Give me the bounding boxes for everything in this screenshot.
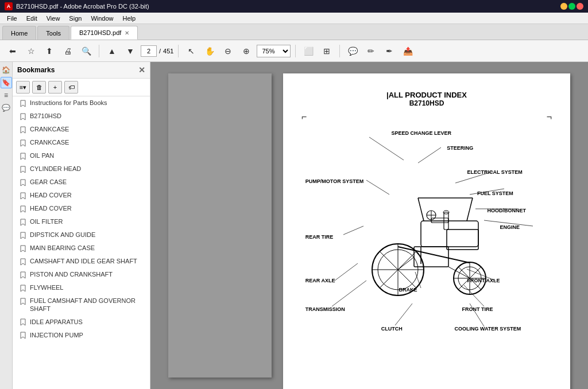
tab-close-icon[interactable]: ✕	[125, 30, 129, 36]
sidebar-expand-btn[interactable]: ≡▾	[16, 81, 30, 94]
fit-page-button[interactable]: ⬜	[300, 43, 316, 59]
bookmark-icon-main_bearing	[20, 244, 26, 252]
page-title-area: |ALL PRODUCT INDEX B2710HSD	[300, 91, 553, 107]
tab-tools[interactable]: Tools	[37, 26, 69, 40]
share-button[interactable]: 📤	[400, 43, 416, 59]
minimize-button[interactable]	[560, 3, 567, 10]
signature-button[interactable]: ✒	[381, 43, 397, 59]
bookmark-item-b2710hsd[interactable]: B2710HSD	[13, 110, 150, 123]
bookmark-item-instructions[interactable]: Instructions for Parts Books	[13, 96, 150, 110]
bookmark-label-piston: PISTON AND CRANKSHAFT	[30, 270, 145, 278]
bookmark-item-dipstick[interactable]: DIPSTICK AND GUIDE	[13, 228, 150, 242]
bookmark-item-main_bearing[interactable]: MAIN BEARING CASE	[13, 242, 150, 255]
columns-button[interactable]: ⊞	[319, 43, 335, 59]
bookmark-label-cylinder_head: CYLINDER HEAD	[30, 165, 145, 173]
back-button[interactable]: ⬅	[5, 43, 21, 59]
sidebar-tag-btn[interactable]: 🏷	[64, 81, 78, 94]
bookmark-item-cylinder_head[interactable]: CYLINDER HEAD	[13, 162, 150, 176]
bookmark-item-gear_case[interactable]: GEAR CASE	[13, 176, 150, 189]
sidebar-toolbar: ≡▾ 🗑 + 🏷	[13, 79, 150, 96]
sidebar-close-icon[interactable]: ✕	[138, 65, 145, 75]
zoom-out-button[interactable]: ⊖	[220, 43, 236, 59]
page-title-main: |ALL PRODUCT INDEX	[300, 91, 553, 99]
menu-help[interactable]: Help	[118, 14, 141, 23]
bookmark-icon-gear_case	[20, 178, 26, 186]
app-icon: A	[5, 2, 13, 10]
bookmark-item-piston[interactable]: PISTON AND CRANKSHAFT	[13, 268, 150, 281]
bookmark-item-crankcase2[interactable]: CRANKCASE	[13, 136, 150, 149]
bookmark-list: Instructions for Parts BooksB2710HSDCRAN…	[13, 96, 150, 389]
page-navigation: / 451	[141, 45, 173, 57]
close-button[interactable]	[577, 3, 583, 10]
sidebar: Bookmarks ✕ ≡▾ 🗑 + 🏷 Instructions for Pa…	[13, 62, 150, 389]
upload-button[interactable]: ⬆	[41, 43, 57, 59]
page-up-button[interactable]: ▲	[104, 43, 120, 59]
left-icon-bookmark[interactable]: 🔖	[1, 77, 12, 88]
svg-line-2	[418, 198, 424, 221]
bookmark-item-oil_pan[interactable]: OIL PAN	[13, 149, 150, 162]
tab-home[interactable]: Home	[2, 26, 36, 40]
bookmark-icon-piston	[20, 271, 26, 279]
label-transmission: TRANSMISSION	[305, 306, 345, 312]
pointer-tool[interactable]: ↖	[183, 43, 199, 59]
bookmark-label-b2710hsd: B2710HSD	[30, 112, 145, 120]
menu-file[interactable]: File	[2, 14, 22, 23]
pdf-page: |ALL PRODUCT INDEX B2710HSD ⌐ ¬	[283, 73, 570, 389]
sidebar-add-btn[interactable]: +	[48, 81, 62, 94]
sidebar-header: Bookmarks ✕	[13, 62, 150, 79]
bookmark-item-crankcase1[interactable]: CRANKCASE	[13, 123, 150, 136]
bookmark-item-head_cover2[interactable]: HEAD COVER	[13, 202, 150, 215]
page-down-button[interactable]: ▼	[122, 43, 138, 59]
hand-tool[interactable]: ✋	[202, 43, 218, 59]
bookmark-star-button[interactable]: ☆	[23, 43, 39, 59]
maximize-button[interactable]	[568, 3, 575, 10]
label-clutch: CLUTCH	[381, 326, 403, 332]
bookmark-icon-flywheel	[20, 284, 26, 292]
label-front-axle: FRONT AXLE	[467, 278, 500, 283]
sidebar-delete-btn[interactable]: 🗑	[32, 81, 46, 94]
bookmark-item-flywheel[interactable]: FLYWHEEL	[13, 281, 150, 294]
left-icon-home[interactable]: 🏠	[1, 64, 12, 76]
bookmark-item-idle_apparatus[interactable]: IDLE APPARATUS	[13, 316, 150, 329]
left-icon-comment[interactable]: 💬	[1, 102, 12, 114]
menu-sign[interactable]: Sign	[64, 14, 86, 23]
bookmark-label-oil_pan: OIL PAN	[30, 151, 145, 160]
label-front-tire: FRONT TIRE	[462, 306, 493, 312]
svg-line-3	[467, 198, 473, 221]
search-button[interactable]: 🔍	[78, 43, 94, 59]
bookmark-icon-instructions	[20, 99, 26, 107]
zoom-select[interactable]: 75% 50% 100% 125% 150%	[257, 45, 291, 57]
bookmark-item-head_cover1[interactable]: HEAD COVER	[13, 189, 150, 202]
bookmark-item-fuel_camshaft[interactable]: FUEL CAMSHAFT AND GOVERNOR SHAFT	[13, 294, 150, 316]
bookmark-label-head_cover1: HEAD COVER	[30, 191, 145, 199]
pen-button[interactable]: ✏	[363, 43, 379, 59]
zoom-in-button[interactable]: ⊕	[238, 43, 254, 59]
bookmark-item-injection_pump[interactable]: INJECTION PUMP	[13, 329, 150, 342]
left-icon-layers[interactable]: ≡	[1, 90, 12, 101]
svg-line-28	[369, 137, 404, 160]
comment-button[interactable]: 💬	[345, 43, 361, 59]
bookmark-item-oil_filter[interactable]: OIL FILTER	[13, 215, 150, 228]
separator-1	[99, 45, 99, 57]
tractor-diagram	[346, 189, 507, 316]
label-brake: BRAKE	[399, 287, 417, 293]
bookmark-label-camshaft: CAMSHAFT AND IDLE GEAR SHAFT	[30, 257, 145, 265]
bookmark-icon-idle_apparatus	[20, 318, 26, 326]
page-total: 451	[163, 48, 173, 55]
bookmark-label-gear_case: GEAR CASE	[30, 178, 145, 186]
separator-2	[178, 45, 179, 57]
content-area[interactable]: |ALL PRODUCT INDEX B2710HSD ⌐ ¬	[150, 62, 588, 389]
page-separator: /	[159, 48, 161, 55]
tab-file[interactable]: B2710HSD.pdf ✕	[71, 26, 138, 40]
bookmark-label-injection_pump: INJECTION PUMP	[30, 331, 145, 339]
menu-edit[interactable]: Edit	[22, 14, 42, 23]
bookmark-icon-oil_pan	[20, 152, 26, 160]
pdf-page-blank	[168, 73, 272, 378]
print-button[interactable]: 🖨	[60, 43, 76, 59]
menu-view[interactable]: View	[42, 14, 65, 23]
title-bar: A B2710HSD.pdf - Adobe Acrobat Pro DC (3…	[0, 0, 588, 13]
bookmark-icon-crankcase2	[20, 139, 26, 147]
page-input[interactable]	[141, 45, 157, 57]
bookmark-item-camshaft[interactable]: CAMSHAFT AND IDLE GEAR SHAFT	[13, 255, 150, 268]
menu-window[interactable]: Window	[86, 14, 118, 23]
